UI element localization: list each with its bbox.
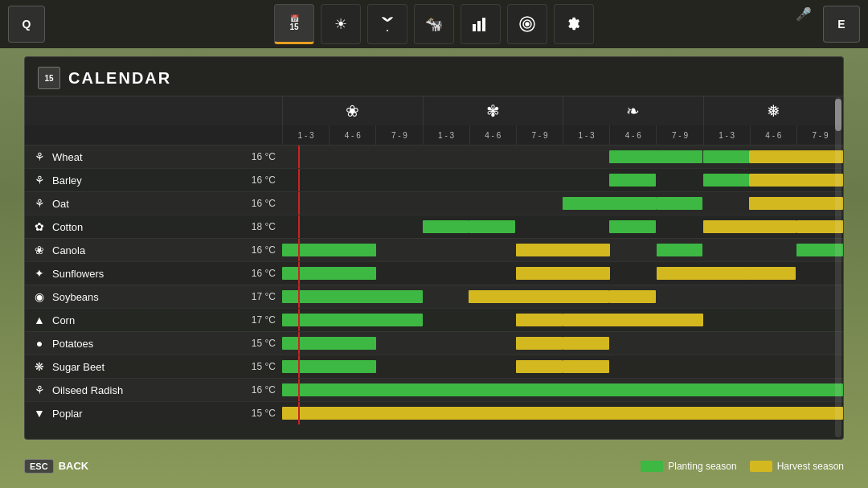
crop-bars [282,192,843,215]
harvest-color [750,461,772,472]
crop-bars [282,402,843,424]
crop-icon: ⚘ [31,149,47,165]
bar-segment [516,244,610,257]
crop-temp: 16 °C [247,244,276,256]
bar-segment [609,150,703,164]
bar-segment [469,220,515,234]
crop-row: ❀Canola16 °C [25,238,843,261]
crop-info: ❀Canola16 °C [25,239,282,261]
q-button[interactable]: Q [8,6,45,43]
crop-info: ⚘Wheat16 °C [25,146,282,168]
current-date-line [298,215,300,238]
svg-rect-2 [477,21,481,31]
crop-icon: ✦ [31,265,47,281]
current-date-line [298,379,300,401]
crop-row: ✦Sunflowers16 °C [25,261,843,285]
crop-row: ◉Soybeans17 °C [25,285,843,308]
crop-temp: 16 °C [247,384,276,396]
crop-row: ▼Poplar15 °C [25,401,843,424]
crop-info: ●Potatoes15 °C [25,332,282,355]
bar-segment [749,174,843,187]
current-date-line [298,192,300,215]
crop-name: Corn [52,314,242,326]
nav-calendar[interactable]: 📅 15 [274,4,314,44]
current-date-line [298,239,300,261]
back-button[interactable]: ESC BACK [24,459,88,474]
bar-segment [563,314,703,327]
nav-missions[interactable] [507,4,547,44]
crop-row: ⚘Oilseed Radish16 °C [25,378,843,401]
scrollbar-thumb[interactable] [835,99,841,131]
current-date-line [298,285,300,308]
nav-stats[interactable] [461,4,501,44]
bar-segment [423,220,469,234]
bar-segment [749,150,843,164]
bar-segment [516,360,563,374]
crop-icon: ⚘ [31,172,47,188]
panel-header: 15 CALENDAR [25,57,843,96]
crop-info: ⚘Barley16 °C [25,169,282,191]
current-date-line [298,402,300,424]
crop-temp: 17 °C [247,314,276,326]
crop-bars [282,332,843,355]
bar-segment [563,360,609,374]
crop-info: ✦Sunflowers16 °C [25,262,282,285]
bar-segment [657,244,703,257]
season-spring: ❀ [282,96,423,125]
seasons-label-spacer [25,96,282,125]
crop-name: Sunflowers [52,268,242,280]
legend-harvest: Harvest season [750,461,844,472]
legend-planting: Planting season [641,461,736,472]
crop-icon: ❀ [31,242,47,258]
crop-bars [282,169,843,191]
current-date-line [298,169,300,191]
crop-row: ▲Corn17 °C [25,308,843,331]
nav-crops[interactable] [367,4,407,44]
planting-color [641,461,663,472]
nav-animals[interactable]: 🐄 [414,4,454,44]
calendar-panel: 15 CALENDAR ❀ ✾ ❧ ❅ 1 - 3 4 - 6 7 - 9 1 … [24,56,844,440]
crop-bars [282,215,843,238]
crop-rows-container: ⚘Wheat16 °C⚘Barley16 °C⚘Oat16 °C✿Cotton1… [25,145,843,424]
crop-temp: 16 °C [247,198,276,209]
bar-segment [749,267,796,281]
bar-segment [282,360,376,374]
crop-icon: ▼ [31,405,47,421]
bar-segment [609,220,656,234]
crop-icon: ⚘ [31,382,47,398]
bar-segment [657,267,751,281]
season-winter: ❅ [703,96,844,125]
crop-temp: 15 °C [247,408,276,419]
season-autumn: ❧ [563,96,703,125]
crop-bars [282,146,843,168]
crop-info: ⚘Oilseed Radish16 °C [25,379,282,401]
crop-temp: 16 °C [247,151,276,162]
bar-segment [563,197,657,211]
crop-info: ✿Cotton18 °C [25,215,282,238]
month-2: 4 - 6 [329,125,375,145]
calendar-body: ❀ ✾ ❧ ❅ 1 - 3 4 - 6 7 - 9 1 - 3 4 - 6 7 … [25,96,843,438]
crop-bars [282,309,843,331]
month-6: 7 - 9 [516,125,563,145]
crop-temp: 17 °C [247,291,276,302]
topbar-center: 📅 15 ☀ 🐄 [274,4,594,44]
crop-bars [282,285,843,308]
crop-icon: ◉ [31,289,47,305]
crop-row: ⚘Barley16 °C [25,168,843,191]
crop-name: Poplar [52,408,242,420]
crop-icon: ▲ [31,312,47,328]
nav-weather[interactable]: ☀ [321,4,361,44]
scrollbar-track[interactable] [835,97,841,437]
crop-row: ✿Cotton18 °C [25,215,843,238]
crop-row: ⚘Oat16 °C [25,191,843,215]
nav-settings[interactable] [554,4,594,44]
bar-segment [749,197,843,211]
crop-row: ⚘Wheat16 °C [25,145,843,168]
crop-info: ▲Corn17 °C [25,309,282,331]
bar-segment [657,197,703,211]
bar-segment [703,220,797,234]
crop-temp: 16 °C [247,174,276,186]
e-button[interactable]: E [823,6,860,43]
topbar-right: E [823,6,860,43]
crop-row: ●Potatoes15 °C [25,331,843,355]
